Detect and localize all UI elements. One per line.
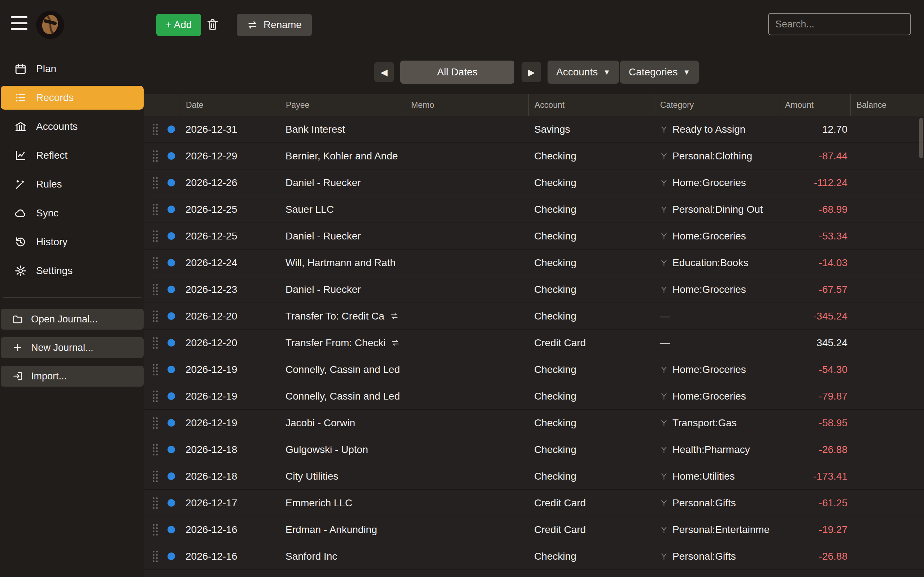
cleared-status-cell[interactable] (162, 206, 180, 213)
drag-handle-icon[interactable] (144, 116, 162, 142)
table-row[interactable]: 2026-12-19Jacobi - CorwinCheckingTranspo… (144, 410, 924, 436)
cleared-status-cell[interactable] (162, 312, 180, 320)
drag-handle-icon[interactable] (144, 543, 162, 569)
app-logo (36, 11, 64, 39)
table-row[interactable]: 2026-12-18City UtilitiesCheckingHome:Uti… (144, 463, 924, 490)
amount-cell: -345.24 (779, 311, 850, 322)
column-header-payee[interactable]: Payee (280, 94, 405, 116)
import-button[interactable]: Import... (1, 366, 144, 387)
cleared-status-cell[interactable] (162, 472, 180, 480)
table-row[interactable]: 2026-12-16Sanford IncCheckingPersonal:Gi… (144, 543, 924, 570)
scrollbar[interactable] (919, 118, 923, 158)
drag-handle-icon[interactable] (144, 490, 162, 516)
cleared-dot-icon (168, 285, 175, 293)
date-range-button[interactable]: All Dates (400, 61, 514, 84)
drag-handle-icon[interactable] (144, 303, 162, 329)
cleared-status-cell[interactable] (162, 499, 180, 507)
plus-icon (12, 342, 23, 353)
table-row[interactable]: 2026-12-24Will, Hartmann and RathCheckin… (144, 250, 924, 276)
next-period-button[interactable]: ▶ (522, 62, 541, 82)
date-cell: 2026-12-19 (180, 417, 280, 429)
rename-button[interactable]: Rename (237, 14, 312, 36)
sidebar-item-sync[interactable]: Sync (1, 201, 144, 225)
drag-handle-icon[interactable] (144, 516, 162, 543)
sidebar-item-settings[interactable]: Settings (1, 259, 144, 283)
drag-handle-icon[interactable] (144, 250, 162, 276)
table-row[interactable]: 2026-12-25Sauer LLCCheckingPersonal:Dini… (144, 196, 924, 223)
cleared-status-cell[interactable] (162, 179, 180, 187)
drag-handle-icon[interactable] (144, 383, 162, 409)
drag-handle-icon[interactable] (144, 436, 162, 463)
account-cell: Checking (528, 364, 654, 376)
drag-handle-icon[interactable] (144, 463, 162, 489)
drag-handle-icon[interactable] (144, 196, 162, 222)
table-row[interactable]: 2026-12-18Gulgowski - UptonCheckingHealt… (144, 436, 924, 463)
column-header-account[interactable]: Account (528, 94, 654, 116)
drag-handle-icon[interactable] (144, 330, 162, 356)
category-split-icon (660, 472, 668, 480)
sidebar-item-label: Sync (36, 207, 58, 219)
drag-handle-icon[interactable] (144, 223, 162, 249)
table-row[interactable]: 2026-12-19Connelly, Cassin and LedChecki… (144, 383, 924, 410)
sidebar-item-records[interactable]: Records (1, 86, 144, 110)
cleared-status-cell[interactable] (162, 259, 180, 266)
column-header-balance[interactable]: Balance (850, 94, 924, 116)
cleared-status-cell[interactable] (162, 126, 180, 133)
sidebar-item-rules[interactable]: Rules (1, 172, 144, 196)
payee-cell: Transfer To: Credit Ca (280, 311, 405, 322)
column-header-category[interactable]: Category (654, 94, 779, 116)
category-text: Home:Groceries (672, 390, 746, 402)
cloud-icon (15, 207, 27, 219)
menu-button[interactable] (10, 15, 29, 31)
new-journal-button[interactable]: New Journal... (1, 337, 144, 358)
column-header-memo[interactable]: Memo (405, 94, 528, 116)
sidebar-item-history[interactable]: History (1, 230, 144, 254)
drag-handle-icon[interactable] (144, 169, 162, 196)
cleared-status-cell[interactable] (162, 339, 180, 347)
cleared-status-cell[interactable] (162, 366, 180, 373)
table-row[interactable]: 2026-12-20Transfer From: CheckiCredit Ca… (144, 330, 924, 356)
prev-period-button[interactable]: ◀ (374, 62, 394, 82)
cleared-status-cell[interactable] (162, 392, 180, 400)
drag-handle-icon[interactable] (144, 410, 162, 436)
search-input[interactable] (768, 13, 911, 35)
journal-action-label: Import... (31, 371, 67, 382)
table-row[interactable]: 2026-12-20Transfer To: Credit CaChecking… (144, 303, 924, 330)
column-header-date[interactable]: Date (180, 94, 280, 116)
drag-handle-icon[interactable] (144, 276, 162, 303)
cleared-status-cell[interactable] (162, 526, 180, 533)
cleared-status-cell[interactable] (162, 152, 180, 160)
payee-cell: Gulgowski - Upton (280, 444, 405, 456)
cleared-dot-icon (168, 206, 175, 213)
column-header-amount[interactable]: Amount (779, 94, 850, 116)
cleared-status-cell[interactable] (162, 446, 180, 453)
table-row[interactable]: 2026-12-16Erdman - AnkundingCredit CardP… (144, 516, 924, 543)
sidebar-item-reflect[interactable]: Reflect (1, 143, 144, 167)
drag-handle-icon[interactable] (144, 143, 162, 169)
sidebar-item-plan[interactable]: Plan (1, 57, 144, 81)
sidebar-item-accounts[interactable]: Accounts (1, 115, 144, 139)
cleared-status-cell[interactable] (162, 419, 180, 427)
drag-handle-icon[interactable] (144, 356, 162, 383)
accounts-filter-button[interactable]: Accounts ▼ (548, 61, 619, 84)
delete-button[interactable] (201, 14, 224, 36)
table-row[interactable]: 2026-12-19Connelly, Cassin and LedChecki… (144, 356, 924, 383)
amount-cell: -19.27 (779, 524, 850, 535)
categories-filter-button[interactable]: Categories ▼ (620, 61, 699, 84)
cleared-status-cell[interactable] (162, 232, 180, 240)
table-row[interactable]: 2026-12-31Bank InterestSavingsReady to A… (144, 116, 924, 143)
add-record-button[interactable]: + Add (156, 14, 201, 36)
table-row[interactable]: 2026-12-17Emmerich LLCCredit CardPersona… (144, 490, 924, 516)
table-row[interactable]: 2026-12-23Daniel - RueckerCheckingHome:G… (144, 276, 924, 303)
table-row[interactable]: 2026-12-26Daniel - RueckerCheckingHome:G… (144, 169, 924, 196)
amount-cell: -87.44 (779, 150, 850, 162)
payee-text: Will, Hartmann and Rath (286, 257, 396, 269)
table-row[interactable]: 2026-12-29Bernier, Kohler and AndeChecki… (144, 143, 924, 169)
category-text: Personal:Gifts (672, 551, 736, 562)
open-journal-button[interactable]: Open Journal... (1, 309, 144, 330)
cleared-status-cell[interactable] (162, 285, 180, 293)
cleared-status-cell[interactable] (162, 553, 180, 560)
category-split-icon (660, 419, 668, 427)
account-cell: Checking (528, 257, 654, 269)
table-row[interactable]: 2026-12-25Daniel - RueckerCheckingHome:G… (144, 223, 924, 250)
